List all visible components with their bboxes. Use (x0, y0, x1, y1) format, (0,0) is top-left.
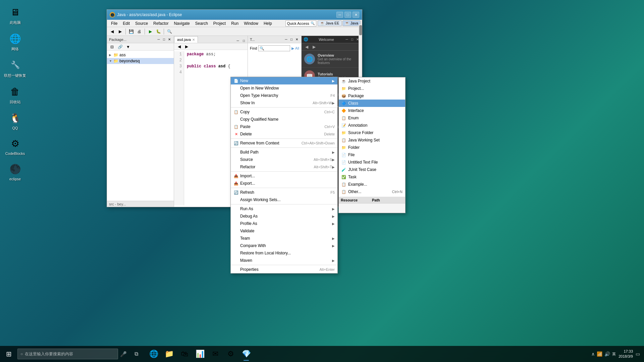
task-view-button[interactable]: ⧉ (129, 347, 144, 361)
pkg-view-menu-button[interactable]: ▼ (124, 44, 132, 50)
submenu-java-working-set[interactable]: 📋 Java Working Set (339, 136, 362, 144)
desktop-icon-network[interactable]: 🌐 网络 (2, 30, 29, 54)
submenu-junit-test-case[interactable]: 🧪 JUnit Test Case (339, 166, 362, 173)
find-input[interactable]: 🔍 (258, 45, 290, 51)
ctx-item-delete[interactable]: ✕ Delete Delete (231, 130, 337, 138)
submenu-task[interactable]: ✅ Task (339, 173, 362, 181)
submenu-annotation[interactable]: 📝 Annotation (339, 122, 362, 129)
taskbar-unknown[interactable]: 💎 (239, 347, 254, 361)
search-bar[interactable]: ○ 在这里输入你要搜索的内容 (17, 349, 118, 359)
welcome-back-button[interactable]: ◀ (303, 44, 310, 50)
submenu-interface[interactable]: 🔶 Interface (339, 107, 362, 114)
t-panel-close[interactable]: ✕ (294, 37, 299, 42)
taskbar-edge[interactable]: 🌐 (146, 347, 161, 361)
tray-network-icon[interactable]: 📶 (597, 351, 602, 357)
editor-minimize-button[interactable]: ─ (235, 38, 240, 43)
maximize-panel-button[interactable]: □ (162, 37, 166, 42)
pkg-collapse-button[interactable]: ⊟ (108, 44, 116, 50)
toolbar-forward-button[interactable]: ▶ (116, 28, 124, 35)
system-clock[interactable]: 17:33 2018/3/9 (619, 349, 633, 359)
menu-window[interactable]: Window (241, 20, 261, 26)
menu-refactor[interactable]: Refactor (151, 20, 171, 26)
ctx-item-refactor[interactable]: Refactor Alt+Shift+T ▶ (231, 163, 337, 171)
editor-maximize-button[interactable]: □ (241, 38, 246, 43)
menu-source[interactable]: Source (132, 20, 151, 26)
submenu-source-folder[interactable]: 📁 Source Folder (339, 129, 362, 136)
editor-next-button[interactable]: ▶ (183, 43, 190, 50)
taskbar-settings[interactable]: ⚙ (223, 347, 238, 361)
submenu-other[interactable]: 📋 Other... Ctrl+N (339, 188, 362, 195)
taskbar-app-red[interactable]: 📊 (193, 347, 207, 361)
taskbar-mail[interactable]: ✉ (208, 347, 223, 361)
welcome-maximize[interactable]: □ (350, 37, 355, 42)
minimize-panel-button[interactable]: ─ (156, 37, 161, 42)
menu-edit[interactable]: Edit (120, 20, 132, 26)
t-panel-maximize[interactable]: □ (289, 37, 294, 42)
t-panel-minimize[interactable]: ─ (284, 37, 288, 42)
minimize-button[interactable]: ─ (336, 12, 343, 18)
menu-search[interactable]: Search (193, 20, 211, 26)
perspective-java-button[interactable]: ☕ Java (342, 20, 361, 26)
toolbar-back-button[interactable]: ◀ (108, 28, 116, 35)
submenu-example[interactable]: 📋 Example... (339, 181, 362, 188)
tray-arrow-icon[interactable]: ∧ (591, 351, 595, 357)
menu-project[interactable]: Project (211, 20, 228, 26)
code-content[interactable]: package ass; public class asd { (184, 51, 233, 205)
ctx-item-refresh[interactable]: 🔄 Refresh F5 (231, 189, 337, 196)
editor-prev-button[interactable]: ◀ (175, 43, 183, 50)
ctx-item-import[interactable]: 📥 Import... (231, 172, 337, 180)
tree-item-beyondwsq[interactable]: ▼ 📁 beyondwsq (107, 58, 174, 64)
menu-file[interactable]: File (108, 20, 120, 26)
ctx-item-copy[interactable]: 📋 Copy Ctrl+C (231, 108, 337, 116)
ctx-item-source[interactable]: Source Alt+Shift+S ▶ (231, 156, 337, 163)
submenu-project[interactable]: 📁 Project... (339, 85, 362, 92)
perspective-javaee-button[interactable]: ☕ Java EE (318, 20, 342, 26)
tray-volume-icon[interactable]: 🔊 (604, 351, 610, 357)
ctx-item-remove-from-context[interactable]: 🔄 Remove from Context Ctrl+Alt+Shift+Dow… (231, 139, 337, 147)
close-button[interactable]: ✕ (353, 12, 359, 18)
desktop-icon-computer[interactable]: 🖥 此电脑 (2, 3, 29, 27)
ctx-item-paste[interactable]: 📋 Paste Ctrl+V (231, 123, 337, 130)
toolbar-search-button[interactable]: 🔍 (166, 28, 173, 35)
tree-item-ass[interactable]: ▶ 📁 ass (107, 52, 174, 58)
desktop-icon-eclipse[interactable]: 🌑 eclipse (2, 160, 29, 183)
editor-tab-close[interactable]: ✕ (192, 38, 195, 42)
submenu-untitled-text-file[interactable]: 📄 Untitled Text File (339, 159, 362, 166)
submenu-package[interactable]: 📦 Package (339, 92, 362, 100)
toolbar-print-button[interactable]: 🖨 (136, 28, 143, 35)
submenu-java-project[interactable]: ☕ Java Project (339, 77, 362, 85)
ctx-item-run-as[interactable]: Run As ▶ (231, 205, 337, 207)
taskbar-store[interactable]: 🛍 (177, 347, 192, 361)
quick-access-box[interactable]: Quick Access 🔍 (285, 20, 316, 26)
taskbar-folder[interactable]: 📁 (162, 347, 176, 361)
submenu-class[interactable]: 🔷 Class (339, 100, 362, 107)
ctx-item-assign-working-sets[interactable]: Assign Working Sets... (231, 196, 337, 203)
maximize-button[interactable]: □ (344, 12, 351, 18)
welcome-item-overview[interactable]: 🌐 Overview Get an overview of the featur… (302, 51, 362, 68)
show-desktop-button[interactable]: ▭ (636, 351, 640, 357)
submenu-file[interactable]: 📄 File (339, 151, 362, 159)
editor-tab-asd[interactable]: asd.java ✕ (174, 36, 198, 43)
microphone-button[interactable]: 🎤 (118, 349, 129, 359)
toolbar-save-button[interactable]: 💾 (127, 28, 135, 35)
toolbar-debug-button[interactable]: 🐛 (155, 28, 162, 35)
start-button[interactable]: ⊞ (0, 346, 17, 362)
ctx-item-open-new-window[interactable]: Open in New Window (231, 84, 337, 92)
submenu-folder[interactable]: 📁 Folder (339, 144, 362, 151)
desktop-icon-recycle[interactable]: 🗑 回收站 (2, 83, 29, 107)
submenu-enum[interactable]: 📋 Enum (339, 114, 362, 122)
welcome-minimize[interactable]: ─ (344, 37, 349, 42)
toolbar-run-button[interactable]: ▶ (147, 28, 154, 35)
ctx-item-show-in[interactable]: Show In Alt+Shift+W ▶ (231, 99, 337, 107)
desktop-icon-recovery[interactable]: 🔧 联想一键恢复 (2, 56, 29, 80)
pkg-link-button[interactable]: 🔗 (116, 44, 124, 50)
desktop-icon-codeblocks[interactable]: ⚙ CodeBlocks (2, 135, 29, 158)
ctx-item-open-type-hierarchy[interactable]: Open Type Hierarchy F4 (231, 92, 337, 99)
ctx-item-build-path[interactable]: Build Path ▶ (231, 148, 337, 156)
welcome-forward-button[interactable]: ▶ (310, 44, 318, 50)
menu-help[interactable]: Help (261, 20, 275, 26)
close-panel-button[interactable]: ✕ (167, 37, 172, 42)
menu-run[interactable]: Run (228, 20, 241, 26)
ctx-item-export[interactable]: 📤 Export... (231, 180, 337, 187)
menu-navigate[interactable]: Navigate (171, 20, 192, 26)
